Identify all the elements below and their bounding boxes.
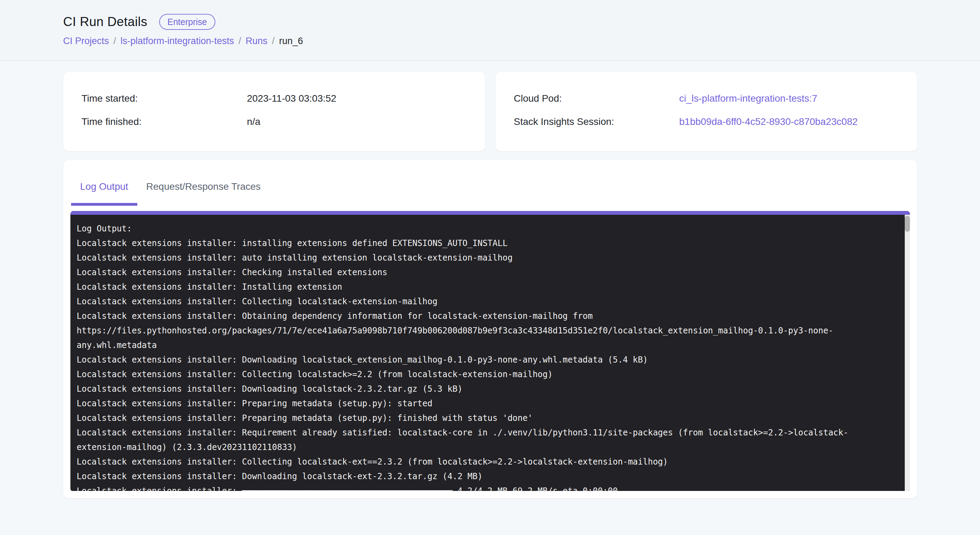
log-line: Localstack extensions installer: Collect… bbox=[76, 367, 889, 382]
breadcrumb-link-ci-projects[interactable]: CI Projects bbox=[63, 36, 109, 46]
log-output-terminal: Log Output: Localstack extensions instal… bbox=[70, 211, 910, 491]
session-info-card: Cloud Pod: ci_ls-platform-integration-te… bbox=[496, 72, 918, 151]
log-line: Localstack extensions installer: Require… bbox=[76, 425, 889, 440]
log-line: Localstack extensions installer: Downloa… bbox=[76, 382, 889, 396]
terminal-accent-bar bbox=[70, 211, 910, 215]
log-line: any.whl.metadata bbox=[76, 338, 889, 352]
enterprise-badge: Enterprise bbox=[159, 14, 215, 30]
log-output-card: Log Output Request/Response Traces Log O… bbox=[63, 160, 917, 498]
time-finished-label: Time finished: bbox=[81, 116, 247, 128]
stack-insights-session-link[interactable]: b1bb09da-6ff0-4c52-8930-c870ba23c082 bbox=[679, 116, 904, 128]
cloud-pod-label: Cloud Pod: bbox=[514, 92, 679, 104]
log-line: Localstack extensions installer: Checkin… bbox=[76, 265, 889, 280]
page-title: CI Run Details bbox=[63, 14, 147, 29]
log-line: Localstack extensions installer: Downloa… bbox=[76, 352, 889, 367]
stack-insights-session-row: Stack Insights Session: b1bb09da-6ff0-4c… bbox=[514, 116, 904, 128]
terminal-scrollbar[interactable] bbox=[905, 215, 910, 491]
time-started-value: 2023-11-03 03:03:52 bbox=[247, 92, 471, 104]
time-finished-row: Time finished: n/a bbox=[81, 116, 471, 128]
terminal-scrollbar-thumb[interactable] bbox=[905, 216, 910, 232]
cloud-pod-row: Cloud Pod: ci_ls-platform-integration-te… bbox=[514, 92, 904, 104]
log-line: https://files.pythonhosted.org/packages/… bbox=[76, 323, 889, 338]
log-line: Localstack extensions installer: Downloa… bbox=[76, 469, 889, 484]
tab-request-response-traces[interactable]: Request/Response Traces bbox=[137, 181, 270, 206]
breadcrumb-link-project[interactable]: ls-platform-integration-tests bbox=[121, 36, 234, 46]
log-line: extension-mailhog) (2.3.3.dev20231102110… bbox=[76, 440, 889, 454]
log-line: Log Output: bbox=[76, 221, 889, 236]
log-line: Localstack extensions installer: Collect… bbox=[76, 454, 889, 469]
log-line: Localstack extensions installer: Install… bbox=[76, 280, 889, 294]
log-line: Localstack extensions installer: Prepari… bbox=[76, 396, 889, 411]
breadcrumb: CI Projects / ls-platform-integration-te… bbox=[63, 36, 917, 46]
log-line: Localstack extensions installer: auto in… bbox=[76, 250, 889, 265]
log-line: Localstack extensions installer: Collect… bbox=[76, 294, 889, 309]
breadcrumb-separator: / bbox=[239, 36, 241, 46]
title-row: CI Run Details Enterprise bbox=[63, 14, 917, 30]
time-finished-value: n/a bbox=[247, 116, 471, 128]
time-info-card: Time started: 2023-11-03 03:03:52 Time f… bbox=[63, 72, 485, 151]
breadcrumb-link-runs[interactable]: Runs bbox=[245, 36, 267, 46]
tab-log-output[interactable]: Log Output bbox=[71, 181, 137, 206]
time-started-label: Time started: bbox=[81, 92, 247, 104]
log-line: Localstack extensions installer: ━━━━━━━… bbox=[76, 484, 889, 491]
time-started-row: Time started: 2023-11-03 03:03:52 bbox=[81, 92, 471, 104]
terminal-log-text: Log Output: Localstack extensions instal… bbox=[70, 215, 910, 491]
log-line: Localstack extensions installer: install… bbox=[76, 236, 889, 250]
page-content: Time started: 2023-11-03 03:03:52 Time f… bbox=[0, 61, 980, 498]
breadcrumb-separator: / bbox=[113, 36, 116, 46]
stack-insights-session-label: Stack Insights Session: bbox=[514, 116, 679, 128]
cloud-pod-link[interactable]: ci_ls-platform-integration-tests:7 bbox=[679, 92, 904, 104]
breadcrumb-separator: / bbox=[272, 36, 275, 46]
log-line: Localstack extensions installer: Obtaini… bbox=[76, 309, 889, 323]
log-line: Localstack extensions installer: Prepari… bbox=[76, 411, 889, 425]
breadcrumb-current-run: run_6 bbox=[279, 36, 303, 46]
info-cards-row: Time started: 2023-11-03 03:03:52 Time f… bbox=[63, 72, 917, 151]
page-header: CI Run Details Enterprise CI Projects / … bbox=[0, 0, 980, 61]
tab-bar: Log Output Request/Response Traces bbox=[71, 181, 910, 206]
